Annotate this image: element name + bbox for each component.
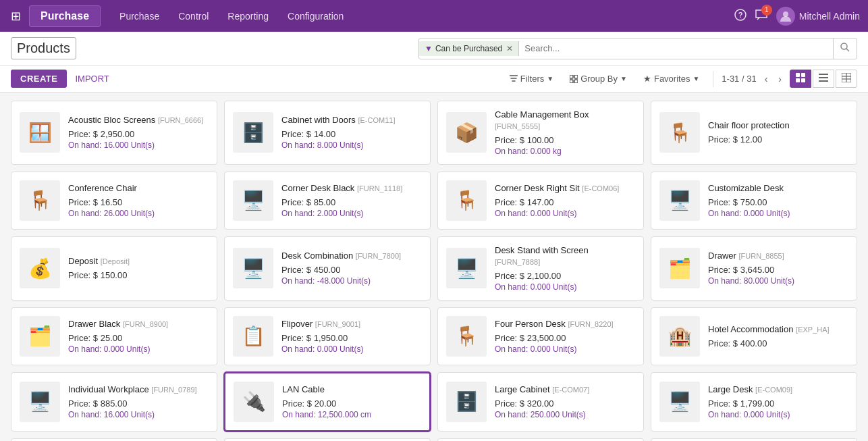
nav-purchase[interactable]: Purchase bbox=[111, 7, 167, 26]
product-price: Price: $ 23,500.00 bbox=[495, 333, 635, 343]
filter-icon: ▼ bbox=[425, 44, 433, 53]
favorites-button[interactable]: ★ Favorites ▼ bbox=[638, 71, 705, 86]
product-price: Price: $ 400.00 bbox=[708, 338, 848, 348]
filters-button[interactable]: Filters ▼ bbox=[504, 71, 559, 86]
product-info: Desk Stand with Screen [FURN_7888]Price:… bbox=[495, 245, 635, 292]
product-name: Customizable Desk bbox=[708, 183, 848, 194]
filters-label: Filters bbox=[520, 74, 544, 84]
product-price: Price: $ 150.00 bbox=[68, 270, 209, 280]
filters-chevron: ▼ bbox=[547, 75, 553, 82]
product-code: [E-COM06] bbox=[582, 184, 619, 192]
svg-text:?: ? bbox=[738, 11, 742, 19]
product-card[interactable]: 🪟Acoustic Bloc Screens [FURN_6666]Price:… bbox=[11, 101, 217, 165]
svg-rect-13 bbox=[819, 77, 828, 78]
navbar-menu: Purchase Control Reporting Configuration bbox=[111, 7, 729, 26]
product-card[interactable]: 🪑Four Person Desk [FURN_8220]Price: $ 23… bbox=[437, 307, 644, 365]
product-code: [FURN_8220] bbox=[568, 320, 613, 328]
product-info: Desk Combination [FURN_7800]Price: $ 450… bbox=[281, 251, 422, 286]
search-input[interactable] bbox=[519, 43, 833, 53]
product-info: LAN CablePrice: $ 20.00On hand: 12,500.0… bbox=[282, 384, 421, 419]
chat-icon[interactable]: 1 bbox=[755, 9, 768, 24]
product-card[interactable]: 🖥️Individual Workplace [FURN_0789]Price:… bbox=[11, 372, 217, 432]
import-button[interactable]: IMPORT bbox=[70, 70, 114, 88]
product-price: Price: $ 100.00 bbox=[495, 135, 635, 145]
filter-tag-close[interactable]: ✕ bbox=[506, 44, 513, 53]
product-price: Price: $ 147.00 bbox=[495, 197, 635, 207]
product-price: Price: $ 320.00 bbox=[495, 398, 635, 409]
product-card[interactable]: 🗂️Drawer [FURN_8855]Price: $ 3,645.00On … bbox=[651, 236, 857, 301]
product-code: [FURN_8900] bbox=[123, 320, 168, 328]
nav-control[interactable]: Control bbox=[170, 7, 217, 26]
product-price: Price: $ 2,950.00 bbox=[68, 129, 209, 139]
product-image: 🪑 bbox=[20, 180, 60, 221]
products-grid: 🪟Acoustic Bloc Screens [FURN_6666]Price:… bbox=[0, 93, 868, 441]
product-card[interactable]: 🖥️Large Desk [E-COM09]Price: $ 1,799.00O… bbox=[651, 372, 857, 432]
navbar: ⊞ Purchase Purchase Control Reporting Co… bbox=[0, 0, 868, 32]
product-card[interactable]: 💰Deposit [Deposit]Price: $ 150.00 bbox=[11, 236, 217, 301]
product-info: Acoustic Bloc Screens [FURN_6666]Price: … bbox=[68, 115, 209, 150]
groupby-chevron: ▼ bbox=[620, 75, 627, 82]
product-card[interactable]: 📦Cable Management Box [FURN_5555]Price: … bbox=[437, 101, 644, 165]
product-name: Large Cabinet [E-COM07] bbox=[495, 384, 635, 396]
help-icon[interactable]: ? bbox=[734, 9, 747, 24]
pagination-prev[interactable]: ‹ bbox=[762, 72, 771, 86]
product-card[interactable]: 🪑Chair floor protectionPrice: $ 12.00 bbox=[651, 101, 857, 165]
product-card[interactable]: 🪑Corner Desk Right Sit [E-COM06]Price: $… bbox=[437, 172, 644, 230]
product-stock: On hand: 16.000 Unit(s) bbox=[68, 140, 209, 150]
product-name: Cabinet with Doors [E-COM11] bbox=[281, 115, 422, 126]
product-card[interactable]: 🗂️Drawer Black [FURN_8900]Price: $ 25.00… bbox=[11, 307, 217, 365]
user-menu[interactable]: Mitchell Admin bbox=[776, 7, 860, 26]
product-card[interactable]: 🔌LAN CablePrice: $ 20.00On hand: 12,500.… bbox=[224, 372, 431, 432]
product-card[interactable]: 🖥️Corner Desk Black [FURN_1118]Price: $ … bbox=[224, 172, 431, 230]
product-image: 🖥️ bbox=[659, 382, 700, 422]
apps-icon[interactable]: ⊞ bbox=[8, 6, 24, 26]
product-card[interactable]: 💻Office Design Software [FURN_9999]Price… bbox=[651, 438, 857, 441]
pagination-info: 1-31 / 31 bbox=[722, 74, 756, 84]
view-table-btn[interactable] bbox=[836, 70, 857, 88]
product-info: Four Person Desk [FURN_8220]Price: $ 23,… bbox=[495, 319, 635, 354]
groupby-button[interactable]: Group By ▼ bbox=[564, 71, 632, 86]
user-name: Mitchell Admin bbox=[799, 11, 860, 22]
create-button[interactable]: CREATE bbox=[11, 70, 67, 88]
product-name: Acoustic Bloc Screens [FURN_6666] bbox=[68, 115, 209, 126]
view-list-btn[interactable] bbox=[813, 70, 834, 88]
product-name: Flipover [FURN_9001] bbox=[281, 319, 422, 330]
page-title: Products bbox=[11, 37, 76, 59]
product-code: [FURN_1118] bbox=[357, 184, 402, 192]
pagination-next[interactable]: › bbox=[776, 72, 784, 86]
product-card[interactable]: 🏨Hotel Accommodation [EXP_HA]Price: $ 40… bbox=[651, 307, 857, 365]
view-kanban-btn[interactable] bbox=[790, 70, 811, 88]
product-stock: On hand: 0.000 Unit(s) bbox=[708, 410, 848, 419]
product-code: [FURN_0789] bbox=[151, 386, 196, 394]
product-image: 🏨 bbox=[659, 316, 700, 357]
product-code: [FURN_9001] bbox=[315, 320, 360, 328]
product-name: Large Desk [E-COM09] bbox=[708, 384, 848, 396]
product-stock: On hand: 0.000 Unit(s) bbox=[708, 209, 848, 218]
product-card[interactable]: 🖥️Customizable DeskPrice: $ 750.00On han… bbox=[651, 172, 857, 230]
product-code: [E-COM09] bbox=[755, 386, 792, 394]
product-card[interactable]: 🪑Office Chair [FURN_7777]Price: $ 70.00O… bbox=[224, 438, 431, 441]
product-card[interactable]: 🪑Office Chair Black [FURN_0269]Price: $ … bbox=[437, 438, 644, 441]
product-card[interactable]: 🪑Conference ChairPrice: $ 16.50On hand: … bbox=[11, 172, 217, 230]
product-code: [FURN_7888] bbox=[495, 258, 540, 266]
search-button[interactable] bbox=[833, 38, 857, 59]
nav-configuration[interactable]: Configuration bbox=[279, 7, 352, 26]
product-card[interactable]: 🖥️Desk Combination [FURN_7800]Price: $ 4… bbox=[224, 236, 431, 301]
nav-reporting[interactable]: Reporting bbox=[219, 7, 277, 26]
product-stock: On hand: 0.000 Unit(s) bbox=[495, 282, 635, 292]
product-stock: On hand: 8.000 Unit(s) bbox=[281, 140, 422, 150]
product-price: Price: $ 20.00 bbox=[282, 398, 421, 409]
product-price: Price: $ 14.00 bbox=[281, 129, 422, 139]
product-card[interactable]: 📋Flipover [FURN_9001]Price: $ 1,950.00On… bbox=[224, 307, 431, 365]
product-price: Price: $ 25.00 bbox=[68, 333, 209, 343]
product-name: Desk Combination [FURN_7800] bbox=[281, 251, 422, 262]
product-image: 📦 bbox=[446, 112, 487, 153]
product-card[interactable]: 🗄️Cabinet with Doors [E-COM11]Price: $ 1… bbox=[224, 101, 431, 165]
product-card[interactable]: 🪑Large Meeting Table [FURN_6741]Price: $… bbox=[11, 438, 217, 441]
avatar bbox=[776, 7, 795, 26]
product-price: Price: $ 1,799.00 bbox=[708, 398, 848, 409]
brand-title[interactable]: Purchase bbox=[29, 5, 101, 27]
product-code: [FURN_7800] bbox=[356, 252, 401, 260]
product-card[interactable]: 🗄️Large Cabinet [E-COM07]Price: $ 320.00… bbox=[437, 372, 644, 432]
product-card[interactable]: 🖥️Desk Stand with Screen [FURN_7888]Pric… bbox=[437, 236, 644, 301]
